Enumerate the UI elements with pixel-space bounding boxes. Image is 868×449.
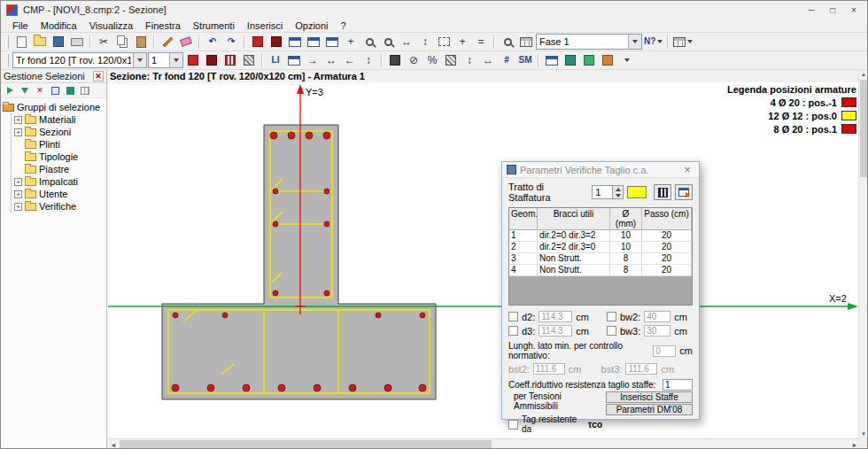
tree-item[interactable]: Piastre — [14, 163, 105, 175]
cut-button[interactable]: ✂ — [95, 34, 112, 50]
staffe-icon-button[interactable] — [654, 184, 671, 200]
dialog-title-bar[interactable]: Parametri Verifiche Taglio c.a. × — [502, 162, 699, 178]
layer-green-button[interactable] — [580, 52, 598, 68]
align-center-button[interactable]: ↔ — [322, 52, 340, 68]
new-button[interactable] — [12, 34, 30, 50]
save-button[interactable] — [50, 34, 67, 50]
expand-icon[interactable]: + — [14, 116, 22, 124]
spin-down-icon[interactable] — [613, 192, 623, 198]
expand-icon[interactable]: + — [14, 203, 22, 211]
menu-item[interactable]: Modifica — [35, 19, 83, 32]
rebar-red-button[interactable] — [184, 52, 202, 68]
window-layout-button-3[interactable] — [323, 34, 341, 50]
window-button[interactable] — [285, 52, 303, 68]
vertical-scrollbar[interactable]: ▲ ▼ — [858, 70, 867, 438]
rebar-darkred-button[interactable] — [203, 52, 221, 68]
dim-horizontal-button[interactable]: ↔ — [479, 52, 497, 68]
bst3-field[interactable] — [625, 363, 657, 375]
erase-button[interactable] — [177, 34, 195, 50]
sm-verify-button[interactable]: SM — [516, 52, 534, 68]
draw-button[interactable] — [159, 34, 176, 50]
filter-tool-button[interactable] — [19, 85, 31, 97]
parametri-dm08-button[interactable]: Parametri DM'08 — [606, 404, 693, 415]
tag-resistente-checkbox[interactable] — [508, 420, 518, 430]
bw2-field[interactable] — [644, 311, 670, 322]
tree-item[interactable]: + Verifiche — [14, 200, 105, 213]
table-row[interactable]: 3 Non Strutt. 8 20 — [509, 253, 692, 265]
expand-icon[interactable]: + — [14, 178, 22, 186]
scroll-up-icon[interactable]: ▲ — [859, 70, 868, 79]
null-button[interactable]: ⊘ — [405, 52, 422, 68]
menu-item[interactable]: File — [6, 19, 35, 32]
clear-selection-button[interactable]: ✕ — [34, 85, 46, 97]
tratto-input[interactable] — [592, 185, 613, 199]
d3-field[interactable] — [539, 325, 572, 337]
menu-item[interactable]: Strumenti — [187, 19, 241, 32]
group-select-button[interactable] — [64, 85, 76, 97]
bst2-field[interactable] — [533, 363, 565, 375]
lungh-field[interactable] — [653, 345, 676, 357]
layer-orange-button[interactable] — [599, 52, 616, 68]
section-select[interactable]: Tr fond 120 [T rov. 120/0x120 — [12, 52, 147, 68]
table-row[interactable]: 2 dir.2=2 dir.3=0 10 20 — [509, 242, 692, 253]
menu-item[interactable]: Visualizza — [83, 19, 139, 32]
tree-item[interactable]: + Sezioni — [14, 126, 105, 138]
d3-checkbox[interactable] — [508, 326, 518, 336]
equals-button[interactable]: = — [472, 34, 490, 50]
dialog-close-icon[interactable]: × — [680, 163, 694, 176]
d2-checkbox[interactable] — [508, 312, 518, 321]
scroll-down-icon[interactable]: ▼ — [859, 430, 868, 438]
red-tool-button[interactable] — [249, 34, 267, 50]
print-button[interactable] — [68, 34, 86, 50]
tratto-stepper[interactable] — [592, 185, 624, 199]
maximize-icon[interactable]: □ — [823, 4, 842, 17]
percent-button[interactable]: % — [423, 52, 441, 68]
drawing-canvas[interactable]: Y=3 X=2 Legenda posizioni armature 4 Ø 2… — [108, 82, 860, 438]
menu-item[interactable]: Inserisci — [241, 19, 289, 32]
phase-select[interactable]: Fase 1 — [536, 34, 642, 50]
box-select-button[interactable] — [49, 85, 61, 97]
menu-item[interactable]: ? — [335, 19, 353, 32]
chevron-down-icon[interactable] — [133, 53, 146, 67]
chevron-down-icon[interactable] — [169, 53, 182, 67]
tree-item[interactable]: + Impalcati — [14, 175, 105, 188]
align-right-button[interactable]: → — [304, 52, 322, 68]
inserisci-staffe-button[interactable]: Inserisci Staffe — [606, 391, 693, 403]
close-panel-icon[interactable]: ✕ — [93, 71, 104, 81]
tree-item[interactable]: + Utente — [14, 188, 105, 200]
d2-field[interactable] — [539, 311, 572, 322]
scroll-left-icon[interactable]: ◄ — [108, 439, 119, 449]
select-tool-button[interactable] — [4, 85, 16, 97]
copy-params-button[interactable] — [675, 184, 693, 200]
toolbar-grip[interactable] — [5, 54, 9, 67]
h-scrollbar-thumb[interactable] — [120, 440, 492, 449]
menu-item[interactable]: Finestra — [139, 19, 187, 32]
chevron-down-icon[interactable] — [628, 35, 641, 49]
expand-icon[interactable]: + — [14, 190, 22, 198]
layer-teal-button[interactable] — [562, 52, 579, 68]
list-view-button[interactable] — [79, 85, 91, 97]
tree-item[interactable]: Tipologie — [14, 151, 105, 163]
table-view-button[interactable] — [517, 34, 535, 50]
li-button[interactable]: LI — [267, 52, 284, 68]
tree-item[interactable]: + Materiali — [14, 113, 105, 126]
paste-button[interactable] — [132, 34, 150, 50]
more-tools-button[interactable] — [617, 52, 635, 68]
menu-item[interactable]: Opzioni — [289, 19, 334, 32]
expand-icon[interactable]: + — [14, 128, 22, 136]
dim-vertical-button[interactable]: ↕ — [461, 52, 478, 68]
v-scrollbar-thumb[interactable] — [860, 80, 867, 177]
zoom-horizontal-button[interactable]: ↔ — [398, 34, 415, 50]
coeff-field[interactable] — [663, 379, 693, 391]
close-icon[interactable]: × — [844, 4, 864, 17]
rebar-hatch-button[interactable] — [240, 52, 258, 68]
hatch-button[interactable] — [442, 52, 460, 68]
find-button[interactable] — [499, 34, 516, 50]
stretch-button[interactable]: ↕ — [360, 52, 377, 68]
tree-item[interactable]: Plinti — [14, 138, 105, 151]
bw2-checkbox[interactable] — [607, 312, 616, 321]
align-left-button[interactable]: ← — [341, 52, 359, 68]
window-layout-button-2[interactable] — [305, 34, 322, 50]
open-button[interactable] — [31, 34, 49, 50]
layout-button[interactable] — [543, 52, 561, 68]
